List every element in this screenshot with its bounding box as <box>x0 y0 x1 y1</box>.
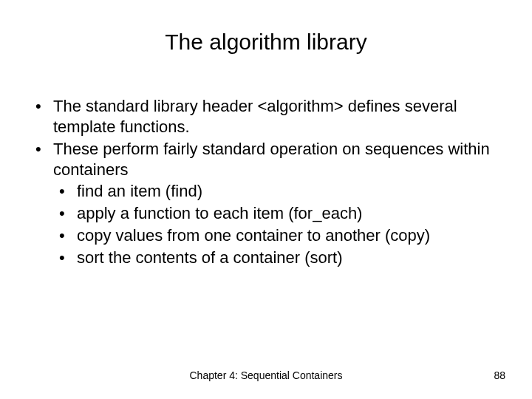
bullet-item: These perform fairly standard operation … <box>31 139 501 268</box>
sub-bullet-list: find an item (find) apply a function to … <box>53 181 501 269</box>
bullet-text: These perform fairly standard operation … <box>53 140 490 179</box>
slide-body: The standard library header <algorithm> … <box>31 96 501 270</box>
bullet-item: The standard library header <algorithm> … <box>31 96 501 137</box>
sub-bullet-item: find an item (find) <box>53 181 501 202</box>
sub-bullet-item: apply a function to each item (for_each) <box>53 203 501 224</box>
slide-title: The algorithm library <box>0 30 532 55</box>
bullet-list: The standard library header <algorithm> … <box>31 96 501 268</box>
sub-bullet-item: copy values from one container to anothe… <box>53 225 501 246</box>
footer-chapter: Chapter 4: Sequential Containers <box>0 369 532 381</box>
page-number: 88 <box>494 369 505 381</box>
slide: The algorithm library The standard libra… <box>0 0 532 399</box>
sub-bullet-item: sort the contents of a container (sort) <box>53 248 501 268</box>
